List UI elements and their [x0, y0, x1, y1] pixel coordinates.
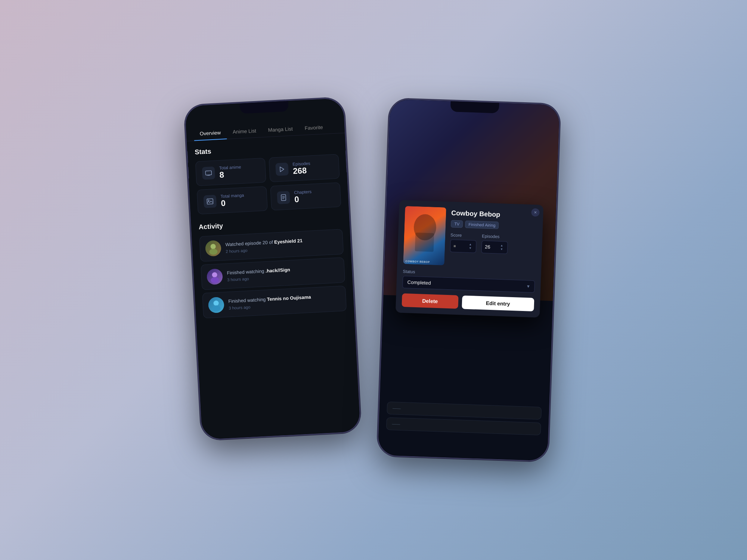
delete-button[interactable]: Delete: [402, 293, 458, 309]
svg-rect-20: [415, 233, 434, 252]
play-icon: [275, 162, 289, 176]
poster-art: COWBOY BEBOP: [403, 206, 446, 265]
avatar: [207, 268, 223, 285]
activity-list: Watched episode 20 of Eyeshield 21 2 hou…: [199, 229, 347, 318]
list-item: Watched episode 20 of Eyeshield 21 2 hou…: [199, 229, 344, 262]
svg-rect-0: [205, 171, 212, 175]
score-up-arrow[interactable]: ▲: [468, 243, 473, 246]
stats-title: Stats: [195, 141, 338, 156]
list-item: ——: [386, 417, 541, 435]
stat-label-manga: Total manga: [220, 193, 244, 199]
stats-grid: Total anime 8 Episodes 268: [195, 154, 341, 214]
tab-favorite[interactable]: Favorite: [298, 121, 329, 135]
stat-card-episodes: Episodes 268: [269, 154, 340, 182]
modal-title: Cowboy Bebop: [451, 209, 537, 220]
right-phone: ×: [376, 98, 561, 462]
right-phone-screen: ×: [378, 99, 560, 461]
row-label: ——: [392, 421, 535, 431]
modal-actions: Delete Edit entry: [402, 293, 534, 311]
avatar: [208, 297, 224, 313]
modal-tags: TV Finished Airing: [451, 220, 537, 230]
episodes-label: Episodes: [482, 234, 508, 239]
scene: Overview Anime List Manga List Favorite …: [192, 101, 555, 459]
tag-finished-airing: Finished Airing: [465, 220, 499, 229]
list-item: ——: [387, 402, 542, 420]
stat-value-episodes: 268: [293, 166, 311, 175]
activity-title: Activity: [198, 216, 342, 231]
stat-label-anime: Total anime: [219, 165, 241, 170]
stat-value-chapters: 0: [294, 195, 312, 203]
tag-tv: TV: [451, 220, 463, 228]
activity-text: Watched episode 20 of Eyeshield 21 2 hou…: [225, 236, 338, 254]
episodes-field-group: Episodes 26 ▲ ▼: [481, 234, 508, 254]
activity-text: Finished watching .hack//Sign 3 hours ag…: [227, 264, 339, 282]
score-input[interactable]: ■ ▲ ▼: [450, 239, 477, 253]
left-phone-screen: Overview Anime List Manga List Favorite …: [185, 98, 360, 440]
tab-overview[interactable]: Overview: [193, 126, 227, 141]
stat-card-total-anime: Total anime 8: [195, 158, 266, 186]
image-icon: [203, 195, 217, 208]
list-item: Finished watching Tennis no Oujisama 3 h…: [202, 286, 347, 318]
row-label: ——: [393, 406, 536, 415]
modal-body: Status Completed ▾ Delete Edit entry: [396, 269, 541, 317]
modal-info: Cowboy Bebop TV Finished Airing Score ■: [449, 208, 537, 268]
tab-anime-list[interactable]: Anime List: [226, 124, 263, 139]
list-item: Finished watching .hack//Sign 3 hours ag…: [201, 257, 345, 290]
stat-label-chapters: Chapters: [294, 189, 311, 195]
svg-rect-3: [207, 199, 213, 204]
stat-info-episodes: Episodes 268: [292, 161, 311, 175]
tab-manga-list[interactable]: Manga List: [262, 122, 299, 137]
modal-poster: COWBOY BEBOP: [403, 206, 446, 265]
score-field-group: Score ■ ▲ ▼: [450, 233, 477, 253]
episodes-up-arrow[interactable]: ▲: [499, 244, 504, 248]
status-select[interactable]: Completed ▾: [402, 276, 535, 293]
status-value: Completed: [407, 279, 431, 286]
score-label: Score: [450, 233, 477, 238]
stat-info-anime: Total anime 8: [219, 165, 242, 179]
right-bottom-content: —— ——: [386, 402, 542, 438]
left-phone: Overview Anime List Manga List Favorite …: [184, 97, 362, 441]
episodes-down-arrow[interactable]: ▼: [499, 248, 504, 251]
book-icon: [277, 191, 290, 204]
stat-info-manga: Total manga 0: [220, 193, 244, 208]
score-spinner[interactable]: ▲ ▼: [468, 243, 473, 250]
edit-entry-button[interactable]: Edit entry: [462, 295, 534, 311]
stat-info-chapters: Chapters 0: [294, 189, 312, 203]
stat-value-anime: 8: [219, 170, 242, 179]
score-down-arrow[interactable]: ▼: [468, 246, 473, 250]
modal-card: ×: [396, 200, 543, 317]
modal-header: COWBOY BEBOP Cowboy Bebop TV Finished Ai…: [397, 200, 543, 274]
screen-content: Stats Total anime 8: [187, 133, 360, 439]
episodes-input[interactable]: 26 ▲ ▼: [481, 240, 508, 254]
activity-text: Finished watching Tennis no Oujisama 3 h…: [228, 292, 341, 310]
phone-notch: [450, 101, 499, 113]
stat-card-chapters: Chapters 0: [270, 182, 341, 211]
avatar: [205, 240, 221, 256]
svg-point-4: [208, 200, 209, 201]
chevron-down-icon: ▾: [527, 283, 530, 289]
episodes-value: 26: [485, 244, 490, 250]
modal-fields: Score ■ ▲ ▼: [450, 233, 537, 255]
stat-value-manga: 0: [221, 198, 245, 208]
tv-icon: [202, 167, 215, 180]
episodes-spinner[interactable]: ▲ ▼: [499, 244, 505, 251]
stat-card-total-manga: Total manga 0: [197, 186, 268, 215]
